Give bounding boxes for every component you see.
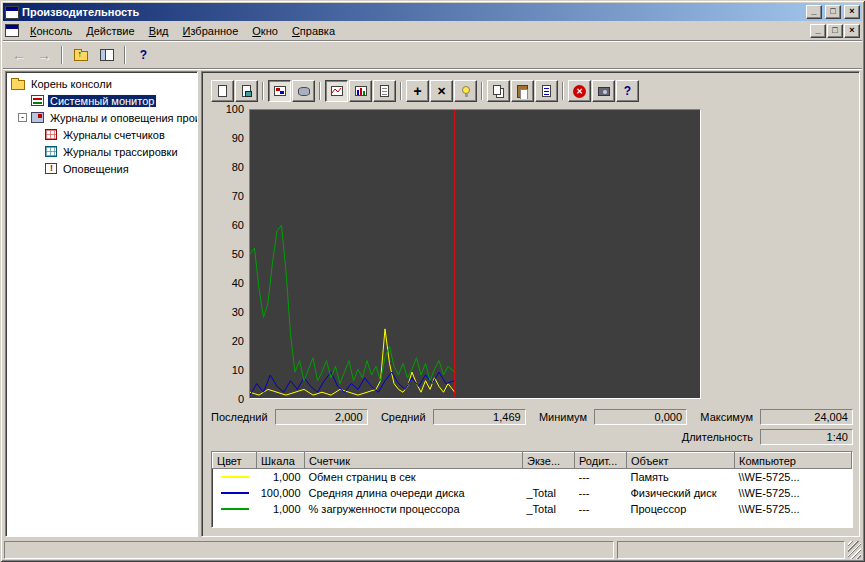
system-monitor-pane: + ✕ ✕ ? 1009080706050403020100 (201, 71, 860, 537)
clear-display-button[interactable] (235, 80, 258, 102)
stats-row: Последний 2,000 Средний 1,469 Минимум 0,… (211, 409, 853, 425)
menu-console[interactable]: Консоль (23, 22, 79, 40)
instance-cell: _Total (523, 501, 575, 517)
legend-row[interactable]: 100,000 Средняя длина очереди диска _Tot… (213, 485, 852, 501)
title-bar: Производительность _ □ × (3, 3, 862, 21)
view-graph-button[interactable] (325, 80, 348, 102)
paste-counter-list-button[interactable] (511, 80, 534, 102)
duration-row: Длительность 1:40 (211, 429, 853, 445)
new-counter-set-button[interactable] (211, 80, 234, 102)
chart-area: 1009080706050403020100 (211, 109, 853, 399)
close-button[interactable]: × (844, 5, 860, 19)
menu-view[interactable]: Вид (142, 22, 176, 40)
tree-item-alerts[interactable]: Оповещения (7, 160, 196, 177)
column-counter[interactable]: Счетчик (305, 453, 523, 469)
performance-window: Производительность _ □ × Консоль Действи… (0, 0, 865, 562)
legend-row[interactable]: 1,000 Обмен страниц в сек --- Память \\W… (213, 469, 852, 485)
minimize-button[interactable]: _ (806, 5, 822, 19)
last-value-field: 2,000 (275, 409, 368, 425)
report-icon (380, 85, 389, 97)
view-histogram-button[interactable] (349, 80, 372, 102)
main-area: Корень консоли Системный монитор - Журна… (3, 69, 862, 539)
y-axis-tick: 100 (226, 103, 244, 115)
camera-icon (598, 87, 610, 96)
folder-up-icon: ↑ (74, 51, 88, 61)
resize-grip[interactable] (848, 541, 861, 559)
maximize-button[interactable]: □ (825, 5, 841, 19)
nav-toolbar: ← → ↑ ? (3, 41, 862, 69)
duration-value-field: 1:40 (760, 429, 853, 445)
up-one-level-button[interactable]: ↑ (69, 44, 92, 66)
status-bar (3, 539, 862, 559)
delete-icon: ✕ (437, 86, 446, 97)
minimum-value-field: 0,000 (594, 409, 687, 425)
properties-button[interactable] (535, 80, 558, 102)
y-axis-tick: 0 (238, 393, 244, 405)
average-value-field: 1,469 (433, 409, 526, 425)
freeze-display-button[interactable]: ✕ (568, 80, 591, 102)
toolbar-separator (319, 82, 321, 100)
back-button[interactable]: ← (8, 47, 30, 63)
delete-counter-button[interactable]: ✕ (430, 80, 453, 102)
lightbulb-icon (462, 86, 470, 94)
menu-bar: Консоль Действие Вид Избранное Окно Спра… (3, 21, 862, 41)
y-axis-tick: 10 (232, 364, 244, 376)
tree-item-console-root[interactable]: Корень консоли (7, 75, 196, 92)
view-current-activity-button[interactable] (268, 80, 291, 102)
mdi-close-button[interactable]: × (844, 24, 860, 38)
average-label: Средний (381, 411, 426, 423)
monitor-help-button[interactable]: ? (616, 80, 639, 102)
y-axis-tick: 60 (232, 219, 244, 231)
menu-help[interactable]: Справка (285, 22, 342, 40)
toolbar-separator (262, 82, 264, 100)
column-computer[interactable]: Компьютер (735, 453, 852, 469)
last-label: Последний (211, 411, 268, 423)
alerts-icon (45, 163, 57, 174)
scale-cell: 100,000 (257, 485, 305, 501)
folder-icon (11, 80, 25, 90)
tree-item-label: Журналы и оповещения прои (48, 112, 198, 124)
add-counter-button[interactable]: + (406, 80, 429, 102)
tree-item-trace-logs[interactable]: Журналы трассировки (7, 143, 196, 160)
menu-window[interactable]: Окно (245, 22, 285, 40)
counter-color-swatch (221, 508, 249, 510)
forward-button[interactable]: → (33, 47, 55, 63)
collapse-expander-icon[interactable]: - (18, 113, 27, 122)
status-panel-right (617, 541, 845, 559)
parent-cell: --- (575, 501, 627, 517)
mdi-restore-button[interactable]: □ (827, 24, 843, 38)
column-color[interactable]: Цвет (213, 453, 257, 469)
counter-cell: % загруженности процессора (305, 501, 523, 517)
view-report-button[interactable] (373, 80, 396, 102)
mdi-minimize-button[interactable]: _ (810, 24, 826, 38)
object-cell: Физический диск (627, 485, 735, 501)
show-hide-tree-button[interactable] (95, 44, 118, 66)
highlight-button[interactable] (454, 80, 477, 102)
current-activity-icon (274, 86, 286, 96)
view-log-data-button[interactable] (292, 80, 315, 102)
column-object[interactable]: Объект (627, 453, 735, 469)
column-scale[interactable]: Шкала (257, 453, 305, 469)
update-data-button[interactable] (592, 80, 615, 102)
trace-logs-icon (45, 146, 57, 157)
scale-cell: 1,000 (257, 501, 305, 517)
tree-item-label: Корень консоли (29, 78, 114, 90)
column-parent[interactable]: Родит... (575, 453, 627, 469)
help-button[interactable]: ? (132, 44, 155, 66)
legend-row[interactable]: 1,000 % загруженности процессора _Total … (213, 501, 852, 517)
counter-cell: Обмен страниц в сек (305, 469, 523, 485)
menu-action[interactable]: Действие (79, 22, 141, 40)
tree-item-label-selected: Системный монитор (48, 95, 156, 107)
toolbar-separator (124, 46, 126, 64)
window-title: Производительность (22, 6, 803, 18)
status-panel-left (4, 541, 614, 559)
menu-favorites[interactable]: Избранное (176, 22, 246, 40)
object-cell: Процессор (627, 501, 735, 517)
y-axis-tick: 90 (232, 132, 244, 144)
tree-item-logs-alerts[interactable]: - Журналы и оповещения прои (7, 109, 196, 126)
copy-properties-button[interactable] (487, 80, 510, 102)
tree-item-system-monitor[interactable]: Системный монитор (7, 92, 196, 109)
console-window-icon[interactable] (5, 24, 19, 37)
column-instance[interactable]: Экзе... (523, 453, 575, 469)
tree-item-counter-logs[interactable]: Журналы счетчиков (7, 126, 196, 143)
